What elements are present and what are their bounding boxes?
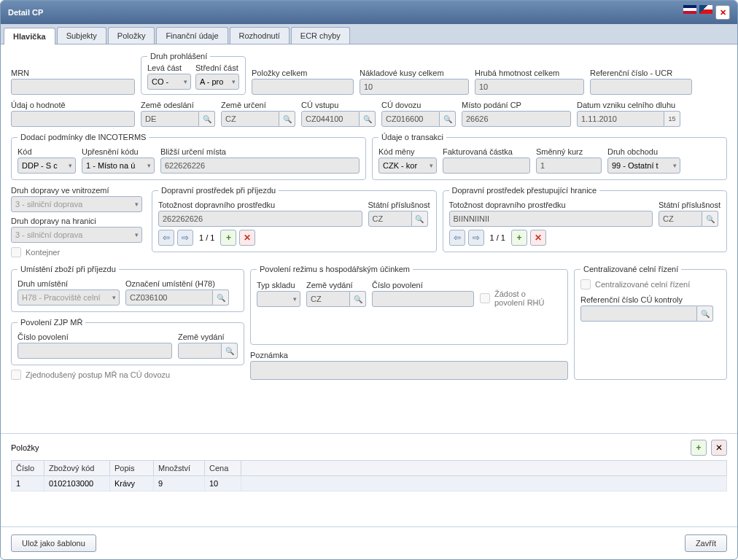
prijezd-del-icon[interactable]: ✕ [239, 230, 255, 246]
urceni-lookup-icon[interactable] [279, 111, 295, 127]
ccr-ref-input[interactable] [580, 306, 697, 322]
rezim-typ-select[interactable] [257, 291, 300, 307]
tab-subjekty[interactable]: Subjekty [57, 27, 106, 44]
kusy-input[interactable] [360, 79, 469, 95]
odeslani-lookup-icon[interactable] [199, 111, 215, 127]
mena-select[interactable]: CZK - kor [378, 158, 437, 174]
urceni-label: Země určení [221, 101, 295, 109]
ccr-ref-lookup-icon[interactable] [697, 306, 713, 322]
zjp-zeme-input[interactable] [178, 343, 222, 359]
prijezd-add-icon[interactable]: + [220, 230, 236, 246]
tab-rozhodnuti[interactable]: Rozhodnutí [230, 27, 290, 44]
zadost-label: Žádost o povolení RHÚ [494, 289, 553, 307]
lang-en-icon[interactable] [683, 5, 696, 14]
hmotnost-input[interactable] [475, 79, 584, 95]
leva-select[interactable]: CO - [147, 74, 191, 90]
vstup-label: CÚ vstupu [301, 101, 376, 109]
col-mnozstvi[interactable]: Množství [154, 461, 205, 476]
vstup-lookup-icon[interactable] [360, 111, 376, 127]
tab-hlavicka[interactable]: Hlavička [4, 28, 55, 44]
odeslani-input[interactable] [141, 111, 199, 127]
tab-ecr[interactable]: ECR chyby [291, 27, 350, 44]
kod-label: Kód [18, 147, 76, 156]
prestup-totoz-input[interactable] [449, 211, 653, 227]
polozky-input[interactable] [252, 79, 354, 95]
dovoz-lookup-icon[interactable] [440, 111, 456, 127]
kontejner-checkbox[interactable] [11, 247, 21, 257]
umisteni-legend: Umístění zboží při příjezdu [18, 265, 119, 273]
col-kod[interactable]: Zbožový kód [44, 461, 110, 476]
umisteni-druh-select[interactable]: H78 - Pracoviště celní [18, 289, 120, 306]
close-button[interactable]: Zavřít [685, 534, 727, 552]
prijezd-stat-lookup-icon[interactable] [412, 211, 428, 227]
col-cena[interactable]: Cena [205, 461, 241, 476]
table-row[interactable]: 1 0102103000 Krávy 9 10 [12, 476, 727, 491]
prestup-next-icon[interactable]: ⇨ [468, 230, 484, 246]
hranice-select[interactable]: 3 - silniční doprava [11, 227, 142, 243]
kod-select[interactable]: DDP - S c [18, 158, 76, 174]
zjp-zeme-label: Země vydání [178, 332, 238, 341]
rezim-zeme-input[interactable] [306, 291, 350, 307]
faktura-input[interactable] [443, 158, 530, 174]
umisteni-ozn-input[interactable] [125, 289, 213, 306]
zjp-cislo-input[interactable] [18, 343, 172, 359]
mena-label: Kód měny [378, 147, 437, 156]
prestup-prev-icon[interactable]: ⇦ [449, 230, 465, 246]
prijezd-legend: Dopravní prostředek při příjezdu [158, 186, 279, 195]
ccr-checkbox[interactable] [580, 279, 591, 289]
rezim-cislo-input[interactable] [372, 291, 474, 307]
prijezd-totoz-label: Totožnost dopravního prostředku [158, 201, 362, 209]
close-icon[interactable]: ✕ [715, 5, 730, 20]
zjp-zeme-lookup-icon[interactable] [222, 343, 238, 359]
urceni-input[interactable] [221, 111, 279, 127]
zadost-checkbox[interactable] [480, 293, 490, 303]
poznamka-label: Poznámka [250, 351, 568, 359]
save-template-button[interactable]: Ulož jako šablonu [11, 534, 96, 552]
prestup-stat-lookup-icon[interactable] [702, 211, 718, 227]
items-add-icon[interactable]: + [691, 440, 707, 456]
prijezd-prev-icon[interactable]: ⇦ [158, 230, 174, 246]
calendar-icon[interactable]: 15 [664, 111, 680, 127]
obchod-select[interactable]: 99 - Ostatní t [607, 158, 680, 174]
poznamka-input[interactable] [250, 361, 568, 380]
rezim-legend: Povolení režimu s hospodářským účinkem [257, 265, 413, 273]
col-popis[interactable]: Popis [110, 461, 154, 476]
vnitro-select[interactable]: 3 - silniční doprava [11, 196, 142, 212]
col-cislo[interactable]: Číslo [12, 461, 44, 476]
hmotnost-label: Hrubá hmotnost celkem [475, 69, 584, 77]
rezim-zeme-label: Země vydání [306, 281, 366, 289]
items-del-icon[interactable]: ✕ [711, 440, 727, 456]
mista-input[interactable] [160, 158, 360, 174]
hodnota-input[interactable] [11, 111, 135, 127]
stredni-select[interactable]: A - pro [195, 74, 239, 90]
datum-input[interactable] [577, 111, 664, 127]
prijezd-stat-input[interactable] [368, 211, 412, 227]
titlebar: Detail CP ✕ [1, 1, 737, 24]
kurz-input[interactable] [536, 158, 602, 174]
prestup-add-icon[interactable]: + [511, 230, 527, 246]
lang-cz-icon[interactable] [699, 5, 712, 14]
umisteni-ozn-lookup-icon[interactable] [213, 289, 229, 306]
druh-prohlaseni-legend: Druh prohlášení [147, 52, 210, 61]
prijezd-stat-label: Státní příslušnost [368, 201, 430, 209]
mrn-input[interactable] [11, 79, 135, 95]
ccr-legend: Centralizované celní řízení [580, 265, 681, 273]
leva-label: Levá část [147, 63, 191, 72]
prijezd-next-icon[interactable]: ⇨ [177, 230, 193, 246]
upresneni-select[interactable]: 1 - Místo na ú [82, 158, 155, 174]
prijezd-totoz-input[interactable] [158, 211, 362, 227]
kurz-label: Směnný kurz [536, 147, 602, 156]
zpmr-checkbox[interactable] [11, 370, 21, 380]
ccr-ref-label: Referenční číslo CÚ kontroly [580, 295, 720, 304]
dovoz-input[interactable] [381, 111, 440, 127]
prestup-stat-input[interactable] [659, 211, 702, 227]
tab-polozky[interactable]: Položky [108, 27, 155, 44]
prestup-del-icon[interactable]: ✕ [530, 230, 546, 246]
tab-financni[interactable]: Finanční údaje [156, 27, 228, 44]
vstup-input[interactable] [301, 111, 360, 127]
items-section: Položky + ✕ Číslo Zbožový kód Popis Množ… [1, 433, 737, 526]
ucr-input[interactable] [590, 79, 692, 95]
zpmr-label: Zjednodušený postup MŘ na CÚ dovozu [26, 370, 170, 379]
rezim-zeme-lookup-icon[interactable] [350, 291, 366, 307]
misto-input[interactable] [462, 111, 571, 127]
